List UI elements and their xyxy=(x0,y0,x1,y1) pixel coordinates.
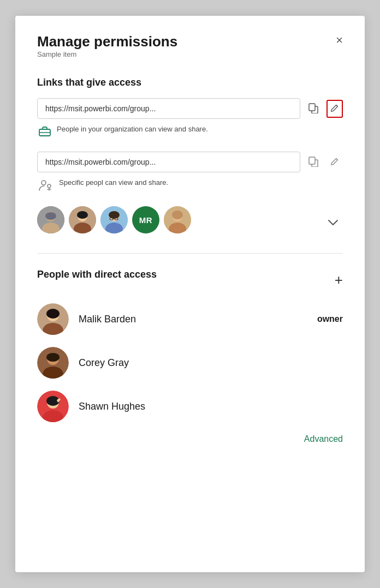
briefcase-icon xyxy=(38,125,51,140)
panel-subtitle: Sample item xyxy=(37,50,177,58)
direct-access-section: People with direct access + Malik Barden… xyxy=(37,269,343,444)
avatar-3 xyxy=(100,206,128,233)
svg-rect-1 xyxy=(309,104,315,111)
person-role-malik: owner xyxy=(317,314,343,324)
avatar-4: MR xyxy=(132,206,159,233)
direct-access-title: People with direct access xyxy=(37,269,157,280)
permission-text-1: People in your organization can view and… xyxy=(57,124,208,134)
avatar-malik xyxy=(37,303,69,335)
permission-desc-2: Specific peopl can view and share. xyxy=(38,178,343,194)
add-person-button[interactable]: + xyxy=(335,273,343,287)
person-row-corey: Corey Gray xyxy=(37,347,343,379)
link-input-2[interactable] xyxy=(37,152,300,172)
avatar-2 xyxy=(69,206,96,233)
manage-permissions-panel: Manage permissions Sample item × Links t… xyxy=(15,16,365,572)
avatar-shawn xyxy=(37,391,69,422)
direct-access-header: People with direct access + xyxy=(37,269,343,290)
person-row-malik: Malik Barden owner xyxy=(37,303,343,335)
avatar-2-img xyxy=(69,206,96,233)
copy-icon-1 xyxy=(308,103,319,113)
svg-point-13 xyxy=(45,212,56,220)
edit-icon-2 xyxy=(330,157,340,166)
permission-text-2: Specific peopl can view and share. xyxy=(59,178,168,188)
svg-point-28 xyxy=(172,211,183,219)
advanced-link-container: Advanced xyxy=(37,434,343,444)
edit-button-2[interactable] xyxy=(326,153,343,171)
copy-icon-2 xyxy=(308,156,319,167)
chevron-down-icon xyxy=(328,219,339,226)
links-section-title: Links that give access xyxy=(37,77,343,88)
svg-point-17 xyxy=(77,211,88,219)
edit-button-1[interactable] xyxy=(326,100,343,118)
panel-title: Manage permissions xyxy=(37,33,177,50)
link-row-1 xyxy=(37,98,343,119)
avatar-corey xyxy=(37,347,69,379)
permission-desc-1: People in your organization can view and… xyxy=(38,124,343,140)
section-divider xyxy=(37,253,343,254)
person-name-shawn: Shawn Hughes xyxy=(79,401,333,412)
advanced-link[interactable]: Advanced xyxy=(304,434,343,443)
svg-point-32 xyxy=(46,309,60,319)
avatar-5 xyxy=(164,206,191,233)
links-section: Links that give access xyxy=(37,77,343,238)
avatar-initials-text: MR xyxy=(139,215,152,225)
close-button[interactable]: × xyxy=(336,34,343,46)
svg-rect-5 xyxy=(309,157,315,164)
avatar-malik-img xyxy=(37,303,69,335)
avatars-container: MR xyxy=(37,206,343,238)
panel-header: Manage permissions Sample item × xyxy=(37,33,343,74)
edit-icon-1 xyxy=(330,103,340,113)
avatars-row: MR xyxy=(37,206,191,233)
svg-point-36 xyxy=(46,353,60,362)
link-row-2 xyxy=(37,152,343,172)
expand-avatars-button[interactable] xyxy=(323,214,343,231)
avatar-5-img xyxy=(164,206,191,233)
svg-point-7 xyxy=(48,184,51,188)
person-row-shawn: Shawn Hughes xyxy=(37,391,343,422)
avatar-1 xyxy=(37,206,64,233)
avatar-3-img xyxy=(100,206,128,233)
person-name-malik: Malik Barden xyxy=(79,314,307,325)
avatar-shawn-img xyxy=(37,391,69,422)
link-input-1[interactable] xyxy=(37,98,300,119)
title-group: Manage permissions Sample item xyxy=(37,33,177,74)
person-name-corey: Corey Gray xyxy=(79,357,333,369)
people-icon xyxy=(38,178,54,194)
avatar-1-img xyxy=(37,206,64,233)
copy-button-1[interactable] xyxy=(305,99,322,118)
copy-button-2[interactable] xyxy=(305,153,322,172)
avatar-corey-img xyxy=(37,347,69,379)
svg-point-6 xyxy=(41,181,46,185)
